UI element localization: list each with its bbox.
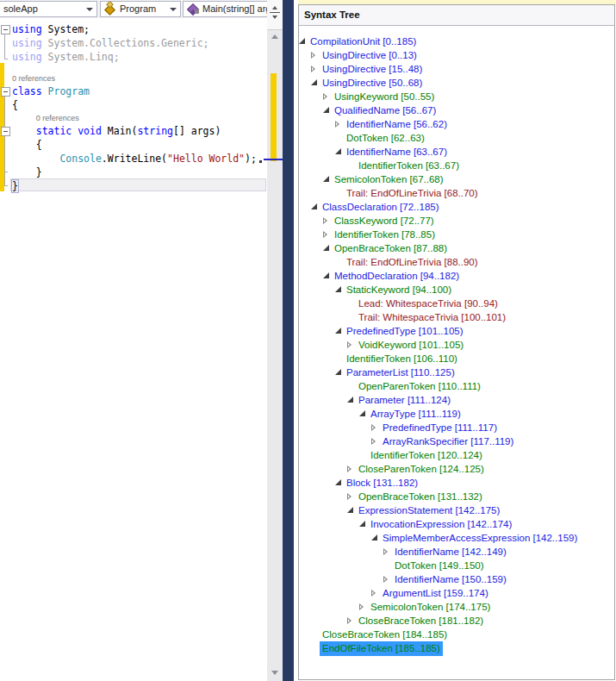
collapse-icon[interactable]: [371, 534, 377, 540]
tree-row-ExpressionStatement[interactable]: ExpressionStatement [142..175): [0, 503, 616, 517]
tree-row-Parameter[interactable]: Parameter [111..124): [0, 393, 616, 407]
expand-icon[interactable]: [347, 341, 352, 348]
tree-row-UsingDirective[interactable]: UsingDirective [15..48): [0, 62, 616, 76]
tree-row-UsingDirective[interactable]: UsingDirective [0..13): [0, 48, 616, 62]
collapse-icon[interactable]: [299, 38, 305, 44]
tree-row-ArrayType[interactable]: ArrayType [111..119): [0, 407, 616, 421]
navigation-bar: soleApp Program Main(string[] args: [0, 0, 284, 18]
tree-row-ParameterList[interactable]: ParameterList [110..125): [0, 365, 616, 379]
expand-icon[interactable]: [383, 576, 388, 583]
tree-node-label: MethodDeclaration [94..182): [334, 269, 459, 283]
tree-row-ClassDeclaration[interactable]: ClassDeclaration [72..185): [0, 200, 616, 214]
tree-row-DotToken[interactable]: DotToken [149..150): [0, 559, 616, 572]
split-down-icon: [272, 16, 277, 19]
expand-icon[interactable]: [347, 465, 352, 472]
tree-row-OpenParenToken[interactable]: OpenParenToken [110..111): [0, 379, 616, 393]
tree-row-SemicolonToken[interactable]: SemicolonToken [67..68): [0, 172, 616, 186]
collapse-icon[interactable]: [335, 328, 341, 334]
tree-row-Trail-EndOfLineTrivia[interactable]: Trail: EndOfLineTrivia [88..90): [0, 255, 616, 269]
tree-row-IdentifierName[interactable]: IdentifierName [56..62): [0, 117, 616, 131]
tree-node-label: CloseParenToken [124..125): [358, 462, 484, 476]
collapse-icon[interactable]: [323, 107, 329, 113]
expand-icon[interactable]: [323, 93, 327, 100]
collapse-icon[interactable]: [335, 286, 341, 292]
tree-node-label: DotToken [62..63): [346, 131, 425, 145]
tree-row-UsingKeyword[interactable]: UsingKeyword [50..55): [0, 90, 616, 103]
tree-row-IdentifierName[interactable]: IdentifierName [142..149): [0, 545, 616, 559]
type-dropdown[interactable]: Program: [100, 1, 181, 17]
tree-row-PredefinedType[interactable]: PredefinedType [101..105): [0, 324, 616, 338]
expand-icon[interactable]: [323, 217, 327, 224]
tree-row-ArrayRankSpecifier[interactable]: ArrayRankSpecifier [117..119): [0, 434, 616, 448]
tree-row-IdentifierToken[interactable]: IdentifierToken [78..85): [0, 228, 616, 241]
tree-row-VoidKeyword[interactable]: VoidKeyword [101..105): [0, 338, 616, 352]
project-dropdown[interactable]: soleApp: [0, 1, 97, 17]
tree-row-CloseBraceToken[interactable]: CloseBraceToken [181..182): [0, 614, 616, 628]
expand-icon[interactable]: [371, 438, 376, 445]
tree-row-StaticKeyword[interactable]: StaticKeyword [94..100): [0, 283, 616, 297]
expand-icon[interactable]: [311, 52, 315, 59]
tree-node-label: IdentifierName [56..62): [346, 117, 447, 131]
tree-row-QualifiedName[interactable]: QualifiedName [56..67): [0, 103, 616, 117]
tree-row-SimpleMemberAccessExpression[interactable]: SimpleMemberAccessExpression [142..159): [0, 531, 616, 545]
tree-row-ArgumentList[interactable]: ArgumentList [159..174): [0, 586, 616, 600]
collapse-icon[interactable]: [359, 410, 365, 416]
tree-row-CloseBraceToken[interactable]: CloseBraceToken [184..185): [0, 628, 616, 641]
tree-row-CompilationUnit[interactable]: CompilationUnit [0..185): [0, 34, 616, 48]
tree-row-CloseParenToken[interactable]: CloseParenToken [124..125): [0, 462, 616, 476]
panel-header: Syntax Tree: [299, 5, 614, 26]
collapse-icon[interactable]: [323, 272, 329, 278]
tree-row-EndOfFileToken[interactable]: EndOfFileToken [185..185): [0, 641, 616, 655]
expand-icon[interactable]: [323, 231, 327, 238]
collapse-region-icon[interactable]: [1, 87, 10, 97]
tree-row-Trail-EndOfLineTrivia[interactable]: Trail: EndOfLineTrivia [68..70): [0, 186, 616, 200]
collapse-icon[interactable]: [359, 521, 365, 527]
tree-node-label: CompilationUnit [0..185): [310, 34, 416, 48]
tree-row-IdentifierName[interactable]: IdentifierName [150..159): [0, 572, 616, 586]
tree-node-label: InvocationExpression [142..174): [370, 517, 512, 531]
tree-row-Lead-WhitespaceTrivia[interactable]: Lead: WhitespaceTrivia [90..94): [0, 297, 616, 310]
tree-row-IdentifierToken[interactable]: IdentifierToken [120..124): [0, 448, 616, 462]
tree-row-Trail-WhitespaceTrivia[interactable]: Trail: WhitespaceTrivia [100..101): [0, 310, 616, 324]
expand-icon[interactable]: [335, 121, 339, 128]
tree-row-ClassKeyword[interactable]: ClassKeyword [72..77): [0, 214, 616, 228]
collapse-region-icon[interactable]: [1, 25, 10, 34]
collapse-icon[interactable]: [347, 397, 353, 403]
tree-row-IdentifierToken[interactable]: IdentifierToken [106..110): [0, 352, 616, 365]
outline-guide-line: [4, 34, 5, 59]
scroll-down-arrow-icon[interactable]: [271, 671, 278, 675]
tree-row-UsingDirective[interactable]: UsingDirective [50..68): [0, 76, 616, 90]
collapse-icon[interactable]: [323, 176, 329, 182]
tree-row-DotToken[interactable]: DotToken [62..63): [0, 131, 616, 145]
collapse-region-icon[interactable]: [1, 127, 10, 136]
tree-node-label: OpenParenToken [110..111): [358, 379, 481, 393]
tree-row-OpenBraceToken[interactable]: OpenBraceToken [131..132): [0, 490, 616, 503]
tree-row-PredefinedType[interactable]: PredefinedType [111..117): [0, 421, 616, 434]
tree-row-IdentifierName[interactable]: IdentifierName [63..67): [0, 145, 616, 159]
tree-row-SemicolonToken[interactable]: SemicolonToken [174..175): [0, 600, 616, 614]
expand-icon[interactable]: [371, 590, 376, 597]
expand-icon[interactable]: [359, 603, 364, 610]
expand-icon[interactable]: [311, 66, 315, 72]
collapse-icon[interactable]: [335, 369, 341, 375]
expand-icon[interactable]: [371, 424, 376, 431]
tree-row-OpenBraceToken[interactable]: OpenBraceToken [87..88): [0, 241, 616, 255]
split-editor-handle[interactable]: [267, 0, 283, 30]
collapse-icon[interactable]: [311, 203, 317, 209]
tree-node-label: UsingDirective [15..48): [322, 62, 422, 76]
chevron-down-icon[interactable]: [86, 8, 93, 11]
tree-row-Block[interactable]: Block [131..182): [0, 476, 616, 490]
tree-row-InvocationExpression[interactable]: InvocationExpression [142..174): [0, 517, 616, 531]
tree-row-MethodDeclaration[interactable]: MethodDeclaration [94..182): [0, 269, 616, 283]
collapse-icon[interactable]: [335, 479, 341, 485]
expand-icon[interactable]: [347, 493, 352, 500]
collapse-icon[interactable]: [311, 79, 317, 85]
expand-icon[interactable]: [383, 548, 388, 555]
collapse-icon[interactable]: [323, 245, 329, 251]
chevron-down-icon[interactable]: [170, 8, 177, 11]
collapse-icon[interactable]: [335, 148, 341, 154]
tree-node-label: UsingKeyword [50..55): [334, 90, 434, 103]
tree-row-IdentifierToken[interactable]: IdentifierToken [63..67): [0, 159, 616, 172]
collapse-icon[interactable]: [347, 507, 353, 513]
expand-icon[interactable]: [347, 617, 352, 624]
